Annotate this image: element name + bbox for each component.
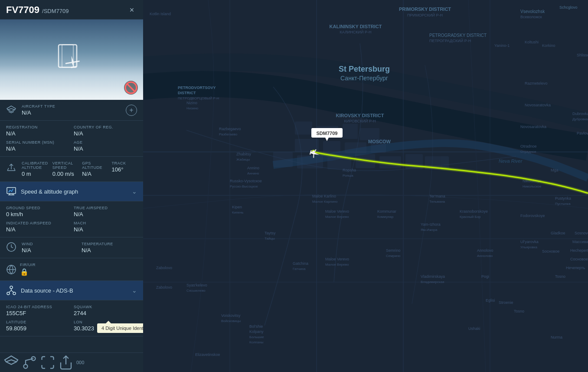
altitude-data: CALIBRATED ALTITUDE 0 m VERTICAL SPEED 0… bbox=[22, 161, 137, 177]
squawk-value: 2744 bbox=[74, 310, 137, 316]
latitude-label: LATITUDE bbox=[6, 320, 69, 324]
svg-text:Gatchina: Gatchina bbox=[293, 261, 308, 266]
svg-text:Novosaratovka: Novosaratovka bbox=[525, 103, 551, 107]
svg-rect-1 bbox=[62, 45, 73, 67]
svg-text:Сяськелево: Сяськелево bbox=[186, 289, 206, 293]
svg-text:Schcglovo: Schcglovo bbox=[559, 5, 578, 10]
svg-text:Массива: Массива bbox=[572, 240, 588, 244]
true-airspeed-label: TRUE AIRSPEED bbox=[74, 206, 137, 210]
squawk-cell: SQUAWK 2744 bbox=[74, 305, 137, 316]
svg-text:Ushaki: Ushaki bbox=[468, 326, 480, 331]
mach-cell: MACH N/A bbox=[74, 221, 137, 233]
speed-graph-icon bbox=[6, 186, 16, 197]
data-source-chevron-icon: ⌄ bbox=[132, 287, 137, 294]
toolbar-expand-button[interactable] bbox=[40, 355, 56, 370]
speed-section-left: Speed & altitude graph bbox=[6, 186, 78, 197]
map-svg: PRIMORSKY DISTRICT ПРИМОРСКИЙ Р-Н Vsevol… bbox=[143, 0, 588, 372]
country-value: N/A bbox=[74, 130, 137, 137]
serial-label: SERIAL NUMBER (MSN) bbox=[6, 140, 69, 145]
svg-point-7 bbox=[10, 286, 13, 289]
svg-text:Razbegaevo: Razbegaevo bbox=[219, 127, 241, 131]
track-cell: TRACK 106° bbox=[112, 161, 137, 177]
latitude-value: 59.8059 bbox=[6, 325, 69, 332]
indicated-mach-row: INDICATED AIRSPEED N/A MACH N/A bbox=[6, 221, 137, 233]
svg-text:Maloe Karlino: Maloe Karlino bbox=[312, 194, 336, 198]
true-airspeed-cell: TRUE AIRSPEED N/A bbox=[74, 206, 137, 217]
svg-text:Гатчина: Гатчина bbox=[293, 267, 306, 271]
temperature-cell: TEMPERATURE N/A bbox=[82, 242, 137, 253]
svg-text:Семрино: Семрино bbox=[386, 254, 401, 258]
svg-text:Russko-Vysotское: Russko-Vysotское bbox=[230, 179, 262, 183]
icao-cell: ICAO 24-BIT ADDRESS 155C5F bbox=[6, 305, 69, 316]
age-label: AGE bbox=[74, 140, 137, 145]
svg-text:Коммунар: Коммунар bbox=[377, 215, 394, 219]
icao-value: 155C5F bbox=[6, 310, 69, 316]
toolbar-count: 000 bbox=[76, 360, 84, 365]
svg-text:Mga: Mga bbox=[551, 168, 559, 172]
aircraft-large-icon bbox=[48, 43, 95, 77]
svg-rect-30 bbox=[297, 155, 323, 168]
gps-alt-value: N/A bbox=[82, 171, 107, 177]
svg-text:Dubrovka: Dubrovka bbox=[572, 112, 588, 116]
svg-text:Большие: Большие bbox=[249, 335, 264, 339]
data-source-header[interactable]: Data source - ADS-B ⌄ bbox=[0, 281, 143, 300]
map-area[interactable]: PRIMORSKY DISTRICT ПРИМОРСКИЙ Р-Н Vsevol… bbox=[143, 0, 588, 372]
registration-cell: REGISTRATION N/A bbox=[6, 125, 69, 137]
svg-text:Пустынка: Пустынка bbox=[555, 202, 571, 206]
svg-text:Annolovo: Annolovo bbox=[477, 248, 493, 253]
svg-text:Sosnovoye: Sosnovoye bbox=[575, 231, 588, 235]
mach-value: N/A bbox=[74, 226, 137, 233]
reg-country-row: REGISTRATION N/A COUNTRY OF REG. N/A bbox=[6, 125, 137, 137]
add-aircraft-button[interactable]: + bbox=[126, 105, 137, 116]
serial-age-row: SERIAL NUMBER (MSN) N/A AGE N/A bbox=[6, 140, 137, 152]
svg-text:Всеволожск: Всеволожск bbox=[520, 15, 542, 19]
fir-label: FIR/UIR bbox=[20, 263, 36, 267]
panel-header: FV7709 /SDM7709 × bbox=[0, 0, 143, 20]
altitude-icon bbox=[6, 163, 16, 173]
svg-text:Zabolovo: Zabolovo bbox=[156, 285, 172, 290]
ground-true-row: GROUND SPEED 0 km/h TRUE AIRSPEED N/A bbox=[6, 206, 137, 217]
toolbar-route-button[interactable] bbox=[22, 355, 37, 370]
icao-squawk-row: ICAO 24-BIT ADDRESS 155C5F SQUAWK 2744 4… bbox=[6, 305, 137, 316]
svg-text:Ropsha: Ropsha bbox=[343, 168, 356, 172]
svg-text:Otradnoe: Otradnoe bbox=[520, 144, 537, 148]
svg-text:MOSCOW: MOSCOW bbox=[368, 139, 391, 144]
svg-text:Ропша: Ропша bbox=[343, 174, 353, 178]
fir-label-text: FIR/UIR 🔒 bbox=[20, 263, 36, 276]
toolbar-share-button[interactable] bbox=[58, 355, 74, 370]
svg-text:Nizino: Nizino bbox=[186, 101, 197, 105]
svg-text:Tosno: Tosno bbox=[514, 309, 524, 313]
svg-text:St Petersburg: St Petersburg bbox=[339, 65, 390, 73]
speed-section-header[interactable]: Speed & altitude graph ⌄ bbox=[0, 182, 143, 201]
svg-text:DISTRICT: DISTRICT bbox=[178, 91, 196, 95]
serial-cell: SERIAL NUMBER (MSN) N/A bbox=[6, 140, 69, 152]
svg-text:Sосновое: Sосновое bbox=[542, 249, 559, 253]
svg-text:Красный Бор: Красный Бор bbox=[460, 215, 481, 219]
icao-section: ICAO 24-BIT ADDRESS 155C5F SQUAWK 2744 4… bbox=[0, 300, 143, 336]
svg-text:Pustynka: Pustynka bbox=[555, 196, 571, 201]
true-airspeed-value: N/A bbox=[74, 211, 137, 217]
svg-text:Voiskovitsy: Voiskovitsy bbox=[221, 313, 241, 318]
svg-text:Koltushi: Koltushi bbox=[525, 40, 539, 44]
svg-text:Fodorovskoye: Fodorovskoye bbox=[520, 214, 545, 218]
svg-point-10 bbox=[24, 365, 28, 369]
wind-row: WIND N/A TEMPERATURE N/A bbox=[0, 237, 143, 258]
svg-text:Неchepert: Неchepert bbox=[570, 248, 588, 253]
longitude-value: 30.3023 bbox=[74, 325, 137, 332]
indicated-airspeed-cell: INDICATED AIRSPEED N/A bbox=[6, 221, 69, 233]
lat-lon-row: LATITUDE 59.8059 LON 30.3023 bbox=[6, 320, 137, 332]
close-button[interactable]: × bbox=[127, 5, 137, 15]
svg-text:Cосновое: Cосновое bbox=[570, 257, 588, 261]
data-source-left: Data source - ADS-B bbox=[6, 285, 73, 296]
toolbar-plane-button[interactable] bbox=[3, 355, 19, 370]
track-value: 106° bbox=[112, 166, 137, 173]
svg-text:Razmetelevo: Razmetelevo bbox=[525, 81, 548, 86]
aircraft-type-value: N/A bbox=[22, 109, 55, 116]
svg-text:КАЛИНСКИЙ Р-Н: КАЛИНСКИЙ Р-Н bbox=[340, 30, 372, 34]
svg-text:PETROGRADSKY DISTRICT: PETROGRADSKY DISTRICT bbox=[429, 33, 487, 38]
fir-icon bbox=[6, 264, 16, 275]
bottom-toolbar: 000 bbox=[0, 352, 143, 372]
aircraft-type-icon bbox=[6, 105, 16, 115]
longitude-cell: LON 30.3023 bbox=[74, 320, 137, 332]
wind-cell: WIND N/A bbox=[22, 242, 77, 253]
